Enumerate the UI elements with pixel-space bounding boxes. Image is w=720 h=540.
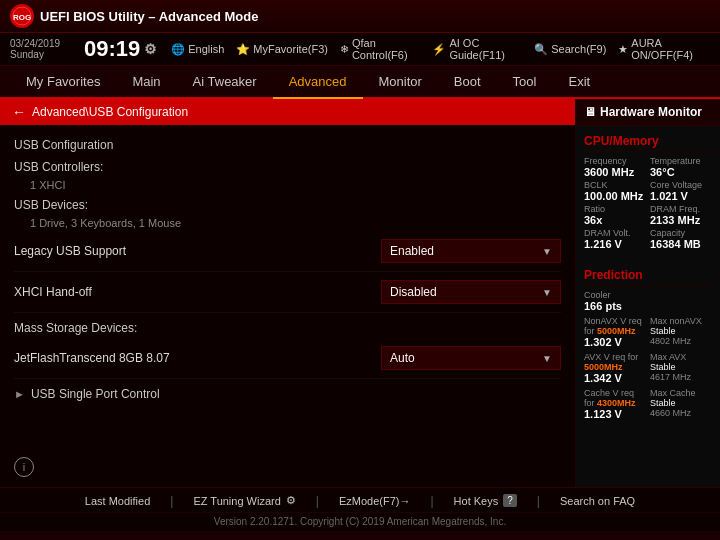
hot-keys-button[interactable]: Hot Keys ? [454,494,517,507]
ratio-cell: Ratio 36x [584,204,646,226]
footer-actions: Last Modified | EZ Tuning Wizard ⚙ | EzM… [0,490,720,513]
time-text: 09:19 [84,36,140,62]
legacy-usb-select[interactable]: Enabled ▼ [381,239,561,263]
legacy-usb-label: Legacy USB Support [14,244,381,258]
content-area: USB Configuration USB Controllers: 1 XHC… [0,125,575,417]
temperature-value: 36°C [650,166,712,178]
search-faq-label: Search on FAQ [560,495,635,507]
chevron-down-icon-3: ▼ [542,353,552,364]
prediction-title: Prediction [584,264,712,286]
star-icon: ⭐ [236,43,250,56]
nav-advanced[interactable]: Advanced [273,66,363,99]
cooler-value: 166 pts [584,300,712,312]
temperature-cell: Temperature 36°C [650,156,712,178]
jetflash-select[interactable]: Auto ▼ [381,346,561,370]
usb-controller-item: 1 XHCI [14,177,561,193]
qfan-button[interactable]: ❄ Qfan Control(F6) [340,37,420,61]
language-icon: 🌐 [171,43,185,56]
dram-volt-value: 1.216 V [584,238,646,250]
search-icon: 🔍 [534,43,548,56]
usb-single-port-item[interactable]: ► USB Single Port Control [14,379,561,409]
ez-tuning-button[interactable]: EZ Tuning Wizard ⚙ [193,494,295,507]
breadcrumb: ← Advanced\USB Configuration [0,99,575,125]
day-text: Sunday [10,49,70,60]
core-voltage-value: 1.021 V [650,190,712,202]
usb-single-port-label: USB Single Port Control [31,387,160,401]
temperature-label: Temperature [650,156,712,166]
dram-freq-value: 2133 MHz [650,214,712,226]
fan-icon: ❄ [340,43,349,56]
nav-boot[interactable]: Boot [438,66,497,97]
title-bar: ROG UEFI BIOS Utility – Advanced Mode [0,0,720,33]
capacity-cell: Capacity 16384 MB [650,228,712,250]
usb-config-title: USB Configuration [14,133,561,155]
core-voltage-label: Core Voltage [650,180,712,190]
avx-row: AVX V req for 5000MHz 1.342 V Max AVX St… [584,352,712,384]
tuning-icon: ⚙ [286,494,296,507]
separator-1: | [170,494,173,508]
search-faq-button[interactable]: Search on FAQ [560,495,635,507]
nav-ai-tweaker[interactable]: Ai Tweaker [177,66,273,97]
jetflash-value: Auto [390,351,415,365]
nonavx-voltage: 1.302 V [584,336,646,348]
bclk-value: 100.00 MHz [584,190,646,202]
last-modified-button[interactable]: Last Modified [85,495,150,507]
datetime-display: 03/24/2019 Sunday [10,38,70,60]
legacy-usb-row: Legacy USB Support Enabled ▼ [14,231,561,272]
nonavx-right: Max nonAVX Stable 4802 MHz [650,316,712,348]
nav-tool[interactable]: Tool [497,66,553,97]
settings-icon[interactable]: ⚙ [144,41,157,57]
jetflash-label: JetFlashTranscend 8GB 8.07 [14,351,381,365]
chevron-down-icon: ▼ [542,246,552,257]
cache-row: Cache V req for 4300MHz 1.123 V Max Cach… [584,388,712,420]
aura-icon: ★ [618,43,628,56]
myfavorites-button[interactable]: ⭐ MyFavorite(F3) [236,43,328,56]
nonavx-row: NonAVX V req for 5000MHz 1.302 V Max non… [584,316,712,348]
nav-monitor[interactable]: Monitor [363,66,438,97]
hardware-monitor-panel: 🖥 Hardware Monitor CPU/Memory Frequency … [575,99,720,487]
bclk-label: BCLK [584,180,646,190]
svg-text:ROG: ROG [13,13,31,22]
date-text: 03/24/2019 [10,38,70,49]
jetflash-row: JetFlashTranscend 8GB 8.07 Auto ▼ [14,338,561,379]
avx-right: Max AVX Stable 4617 MHz [650,352,712,384]
breadcrumb-path: Advanced\USB Configuration [32,105,188,119]
core-voltage-cell: Core Voltage 1.021 V [650,180,712,202]
left-panel: ← Advanced\USB Configuration USB Configu… [0,99,575,487]
xhci-handoff-select[interactable]: Disabled ▼ [381,280,561,304]
last-modified-label: Last Modified [85,495,150,507]
search-button[interactable]: 🔍 Search(F9) [534,43,606,56]
nav-my-favorites[interactable]: My Favorites [10,66,116,97]
monitor-icon: 🖥 [584,105,596,119]
xhci-handoff-row: XHCI Hand-off Disabled ▼ [14,272,561,313]
hot-keys-label: Hot Keys [454,495,499,507]
frequency-cell: Frequency 3600 MHz [584,156,646,178]
separator-4: | [537,494,540,508]
xhci-handoff-label: XHCI Hand-off [14,285,381,299]
cpu-memory-section: CPU/Memory Frequency 3600 MHz Temperatur… [576,126,720,260]
ezmode-button[interactable]: EzMode(F7)→ [339,495,411,507]
nav-main[interactable]: Main [116,66,176,97]
ez-tuning-label: EZ Tuning Wizard [193,495,280,507]
avx-left: AVX V req for 5000MHz 1.342 V [584,352,646,384]
lightning-icon: ⚡ [432,43,446,56]
usb-controllers-title: USB Controllers: [14,155,561,177]
aura-button[interactable]: ★ AURA ON/OFF(F4) [618,37,710,61]
arrow-right-icon: ► [14,388,25,400]
separator-3: | [430,494,433,508]
nav-exit[interactable]: Exit [552,66,606,97]
capacity-label: Capacity [650,228,712,238]
back-arrow-icon[interactable]: ← [12,104,26,120]
dram-freq-label: DRAM Freq. [650,204,712,214]
time-display: 09:19 ⚙ [84,36,157,62]
ezmode-label: EzMode(F7)→ [339,495,411,507]
avx-voltage: 1.342 V [584,372,646,384]
hot-keys-badge: ? [503,494,517,507]
ratio-value: 36x [584,214,646,226]
dram-volt-cell: DRAM Volt. 1.216 V [584,228,646,250]
aioc-button[interactable]: ⚡ AI OC Guide(F11) [432,37,522,61]
info-icon[interactable]: i [14,457,34,477]
language-button[interactable]: 🌐 English [171,43,224,56]
chevron-down-icon-2: ▼ [542,287,552,298]
dram-freq-cell: DRAM Freq. 2133 MHz [650,204,712,226]
